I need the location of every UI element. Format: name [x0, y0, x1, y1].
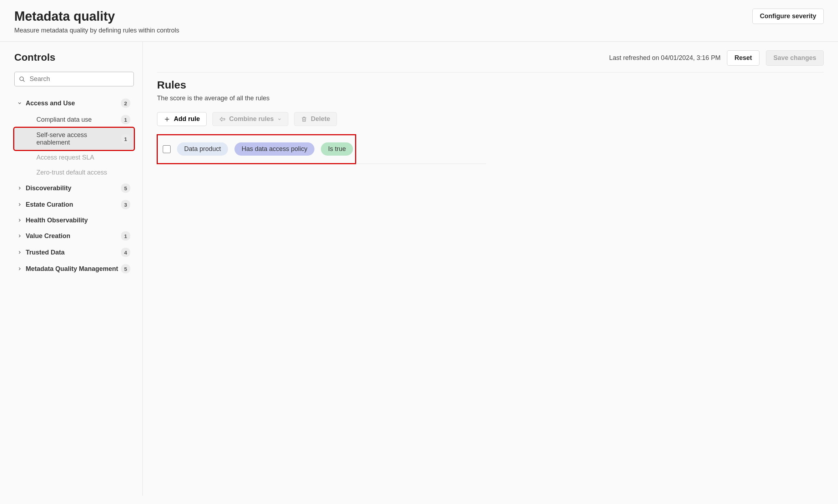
- chevron-right-icon: [16, 218, 24, 223]
- tree-group-access-and-use[interactable]: Access and Use 2: [14, 95, 134, 111]
- add-rule-button[interactable]: Add rule: [157, 112, 207, 126]
- delete-label: Delete: [311, 115, 330, 123]
- tree-item-self-serve-access[interactable]: Self-serve access enablement 1: [14, 128, 134, 150]
- tree-item-label: Access request SLA: [36, 154, 130, 161]
- chevron-right-icon: [16, 233, 24, 238]
- tree-group-label: Trusted Data: [26, 249, 121, 256]
- rule-subject-pill[interactable]: Data product: [177, 142, 228, 156]
- tree-group-discoverability[interactable]: Discoverability 5: [14, 180, 134, 196]
- chevron-right-icon: [16, 186, 24, 191]
- tree-group-label: Discoverability: [26, 185, 121, 192]
- rules-subtitle: The score is the average of all the rule…: [157, 95, 824, 102]
- rules-toolbar: Add rule Combine rules Delete: [157, 112, 824, 126]
- save-changes-button: Save changes: [766, 50, 824, 66]
- last-refreshed-text: Last refreshed on 04/01/2024, 3:16 PM: [609, 54, 721, 62]
- combine-rules-label: Combine rules: [229, 115, 274, 123]
- content-topbar: Last refreshed on 04/01/2024, 3:16 PM Re…: [157, 50, 824, 72]
- trash-icon: [301, 116, 307, 122]
- tree-group-label: Value Creation: [26, 232, 121, 240]
- chevron-right-icon: [16, 266, 24, 271]
- count-badge: 1: [121, 115, 130, 124]
- add-rule-label: Add rule: [174, 115, 200, 123]
- tree-group-value-creation[interactable]: Value Creation 1: [14, 228, 134, 244]
- rules-title: Rules: [157, 79, 824, 91]
- search-icon: [19, 76, 25, 82]
- page-header: Metadata quality Measure metadata qualit…: [0, 0, 838, 42]
- rule-value-pill[interactable]: Is true: [321, 142, 353, 156]
- reset-button[interactable]: Reset: [727, 50, 759, 66]
- tree-item-label: Zero-trust default access: [36, 169, 130, 176]
- search-input[interactable]: [29, 75, 129, 83]
- chevron-down-icon: [277, 117, 282, 121]
- count-badge: 1: [121, 134, 130, 143]
- svg-point-0: [20, 77, 24, 81]
- count-badge: 1: [121, 231, 130, 241]
- count-badge: 5: [121, 264, 130, 273]
- tree-group-health-observability[interactable]: Health Observability: [14, 213, 134, 228]
- count-badge: 5: [121, 183, 130, 193]
- page-title: Metadata quality: [14, 9, 752, 24]
- main-layout: Controls Access and Use 2 Compliant data…: [0, 42, 838, 496]
- search-box[interactable]: [14, 72, 134, 86]
- page-header-left: Metadata quality Measure metadata qualit…: [14, 9, 752, 34]
- chevron-right-icon: [16, 250, 24, 255]
- tree-group-label: Metadata Quality Management: [26, 265, 121, 273]
- page-subtitle: Measure metadata quality by defining rul…: [14, 27, 752, 34]
- rule-checkbox[interactable]: [163, 145, 171, 153]
- tree-item-label: Compliant data use: [36, 116, 121, 124]
- configure-severity-button[interactable]: Configure severity: [752, 9, 824, 24]
- delete-button: Delete: [294, 112, 337, 126]
- divider: [356, 163, 486, 164]
- count-badge: 2: [121, 99, 130, 108]
- plus-icon: [164, 116, 170, 122]
- tree-item-zero-trust[interactable]: Zero-trust default access: [14, 165, 134, 180]
- tree-item-label: Self-serve access enablement: [36, 131, 121, 146]
- tree-group-trusted-data[interactable]: Trusted Data 4: [14, 244, 134, 261]
- chevron-down-icon: [16, 101, 24, 106]
- tree-group-label: Estate Curation: [26, 201, 121, 208]
- controls-title: Controls: [14, 52, 134, 63]
- rule-row[interactable]: Data product Has data access policy Is t…: [157, 135, 356, 164]
- tree-item-compliant-data-use[interactable]: Compliant data use 1: [14, 111, 134, 128]
- combine-icon: [219, 116, 226, 122]
- controls-sidebar: Controls Access and Use 2 Compliant data…: [0, 42, 143, 496]
- tree-group-label: Health Observability: [26, 217, 130, 224]
- count-badge: 4: [121, 248, 130, 257]
- svg-line-1: [23, 80, 25, 82]
- tree-group-estate-curation[interactable]: Estate Curation 3: [14, 196, 134, 213]
- tree-item-access-request-sla[interactable]: Access request SLA: [14, 150, 134, 165]
- count-badge: 3: [121, 200, 130, 209]
- chevron-right-icon: [16, 202, 24, 207]
- content-area: Last refreshed on 04/01/2024, 3:16 PM Re…: [143, 42, 838, 496]
- combine-rules-button: Combine rules: [212, 112, 288, 126]
- controls-tree: Access and Use 2 Compliant data use 1 Se…: [14, 95, 134, 277]
- rule-condition-pill[interactable]: Has data access policy: [234, 142, 314, 156]
- tree-group-label: Access and Use: [26, 100, 121, 107]
- tree-group-metadata-quality-management[interactable]: Metadata Quality Management 5: [14, 261, 134, 277]
